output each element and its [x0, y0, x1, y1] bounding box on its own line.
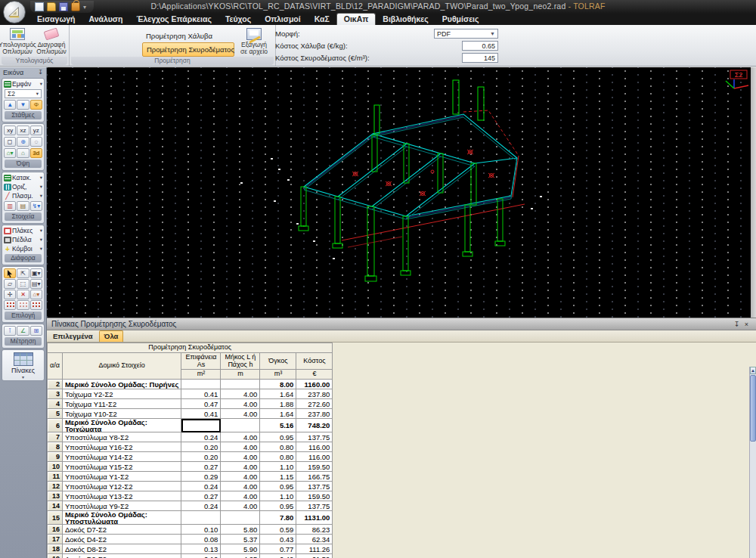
cell-cost[interactable]: 159.50: [296, 491, 333, 501]
row-header[interactable]: 9: [48, 452, 63, 462]
table-row[interactable]: 15Μερικό Σύνολο Ομάδας:Υποστυλώματα7.801…: [48, 511, 333, 525]
cell-area[interactable]: 0.10: [181, 525, 221, 535]
select-add-tool[interactable]: ⇱: [17, 268, 29, 278]
vertical-elements-button[interactable]: Κατακ. ▾: [3, 173, 43, 182]
cell-element-name[interactable]: Μερικό Σύνολο Ομάδας: Πυρήνες: [62, 380, 181, 389]
cell-length[interactable]: 4.00: [221, 389, 260, 399]
new-file-icon[interactable]: [35, 2, 44, 11]
table-row[interactable]: 4Τοίχωμα Υ11-Σ20.474.001.88272.60: [48, 399, 333, 409]
lock-icon[interactable]: [71, 2, 80, 11]
cell-area[interactable]: 0.24: [181, 482, 221, 491]
cell-element-name[interactable]: Υποστύλωμα Υ9-Σ2: [62, 501, 181, 511]
table-row[interactable]: 7Υποστύλωμα Υ8-Σ20.244.000.95137.75: [48, 432, 333, 442]
cell-element-name[interactable]: Υποστύλωμα Υ13-Σ2: [62, 491, 181, 501]
table-row[interactable]: 17Δοκός D4-Σ20.085.370.4362.34: [48, 535, 333, 544]
cell-area[interactable]: 0.10: [181, 554, 221, 558]
cell-volume[interactable]: 0.95: [260, 482, 296, 491]
row-header[interactable]: 2: [48, 380, 63, 389]
select-pointer-tool[interactable]: [4, 268, 16, 278]
cell-volume[interactable]: 1.64: [260, 389, 296, 399]
table-row[interactable]: 18Δοκός D8-Σ20.135.900.77111.26: [48, 544, 333, 554]
cell-cost[interactable]: 1131.00: [296, 511, 333, 525]
cell-length[interactable]: 5.80: [221, 525, 260, 535]
wireframe-view-button[interactable]: ⌂: [17, 148, 29, 158]
application-menu-button[interactable]: [3, 1, 26, 23]
panel-tab-Επιλεγμένα[interactable]: Επιλεγμένα: [48, 331, 98, 342]
cell-area[interactable]: 0.20: [181, 442, 221, 452]
render-view-button[interactable]: ⌂▾: [4, 148, 16, 158]
save-icon[interactable]: [59, 2, 68, 11]
cell-area[interactable]: 0.27: [181, 491, 221, 501]
cell-volume[interactable]: 1.15: [260, 472, 296, 482]
row-header[interactable]: 8: [48, 442, 63, 452]
cell-cost[interactable]: 237.80: [296, 389, 333, 399]
cell-cost[interactable]: 137.75: [296, 482, 333, 491]
table-row[interactable]: 6Μερικό Σύνολο Ομάδας:Τοιχώματα5.16748.2…: [48, 419, 333, 432]
cell-element-name[interactable]: Δοκός D7-Σ2: [62, 525, 181, 535]
cell-element-name[interactable]: Τοίχωμα Υ11-Σ2: [62, 399, 181, 409]
select-by-type-tool[interactable]: ⌂▾: [30, 290, 42, 299]
selected-cell[interactable]: [181, 419, 221, 432]
row-header[interactable]: 10: [48, 462, 63, 472]
ribbon-tab-Βιβλιοθήκες[interactable]: Βιβλιοθήκες: [376, 14, 435, 25]
ribbon-tab-Έλεγχος Επάρκειας[interactable]: Έλεγχος Επάρκειας: [129, 14, 218, 25]
zoom-extents-icon[interactable]: ⊕: [17, 137, 29, 147]
table-row[interactable]: 3Τοίχωμα Υ2-Σ20.414.001.64237.80: [48, 389, 333, 399]
grid-select-1-icon[interactable]: [4, 300, 16, 310]
horizontal-elements-button[interactable]: Οριζ, ▾: [3, 182, 43, 191]
cell-cost[interactable]: 62.34: [296, 535, 333, 544]
cell-area[interactable]: 0.24: [181, 501, 221, 511]
steel-takeoff-button[interactable]: Προμέτρηση Χάλυβα: [142, 29, 234, 42]
cell-element-name[interactable]: Υποστύλωμα Υ14-Σ2: [62, 452, 181, 462]
cell-cost[interactable]: 159.50: [296, 462, 333, 472]
cell-cost[interactable]: 116.00: [296, 452, 333, 462]
format-select[interactable]: PDF ▼: [434, 29, 498, 39]
deselect-tool[interactable]: ✕: [17, 290, 29, 299]
cell-area[interactable]: 0.41: [181, 389, 221, 399]
cell-cost[interactable]: 61.59: [296, 554, 333, 558]
cell-volume[interactable]: 0.77: [260, 544, 296, 554]
cell-volume[interactable]: 1.10: [260, 491, 296, 501]
cell-length[interactable]: [221, 380, 260, 389]
row-header[interactable]: 6: [48, 419, 63, 432]
row-header[interactable]: 16: [48, 525, 63, 535]
view-yz-button[interactable]: yz: [30, 126, 42, 135]
table-row[interactable]: 12Υποστύλωμα Υ12-Σ20.244.000.95137.75: [48, 482, 333, 491]
cell-length[interactable]: 4.00: [221, 452, 260, 462]
cell-volume[interactable]: 0.43: [260, 535, 296, 544]
cell-element-name[interactable]: Υποστύλωμα Υ8-Σ2: [62, 432, 181, 442]
cell-cost[interactable]: 116.00: [296, 442, 333, 452]
cell-cost[interactable]: 166.75: [296, 472, 333, 482]
show-levels-button[interactable]: Εμφάν ▾: [3, 79, 43, 88]
cell-volume[interactable]: 1.10: [260, 462, 296, 472]
level-select[interactable]: Σ2 ▾: [5, 89, 42, 98]
select-group-tool[interactable]: ▤▾: [30, 279, 42, 289]
steel-cost-input[interactable]: 0.65: [462, 41, 498, 51]
panel-tab-Όλα[interactable]: Όλα: [99, 330, 124, 342]
cell-cost[interactable]: 137.75: [296, 432, 333, 442]
concrete-cost-input[interactable]: 145: [462, 53, 498, 63]
cell-element-name[interactable]: Δοκός D9-Σ2: [62, 554, 181, 558]
ribbon-tab-ΟικΑπ[interactable]: ΟικΑπ: [336, 13, 376, 25]
cell-length[interactable]: 4.00: [221, 472, 260, 482]
cell-area[interactable]: 0.08: [181, 535, 221, 544]
cell-length[interactable]: 4.00: [221, 399, 260, 409]
view-xy-button[interactable]: xy: [4, 126, 16, 135]
cell-volume[interactable]: 7.80: [260, 511, 296, 525]
cell-cost[interactable]: 111.26: [296, 544, 333, 554]
row-header[interactable]: 11: [48, 472, 63, 482]
table-row[interactable]: 10Υποστύλωμα Υ15-Σ20.274.001.10159.50: [48, 462, 333, 472]
slabs-button[interactable]: Πλάκες ▾: [3, 226, 43, 235]
row-header[interactable]: 15: [48, 511, 63, 525]
cell-area[interactable]: [181, 380, 221, 389]
table-row[interactable]: 8Υποστύλωμα Υ16-Σ20.204.000.80116.00: [48, 442, 333, 452]
cell-length[interactable]: 4.00: [221, 409, 260, 419]
cell-area[interactable]: 0.47: [181, 399, 221, 409]
cell-element-name[interactable]: Υποστύλωμα Υ16-Σ2: [62, 442, 181, 452]
cell-volume[interactable]: 1.88: [260, 399, 296, 409]
cell-cost[interactable]: 1160.00: [296, 380, 333, 389]
row-header[interactable]: 4: [48, 399, 63, 409]
ribbon-tab-Τεύχος[interactable]: Τεύχος: [218, 14, 258, 25]
cell-area[interactable]: [181, 511, 221, 525]
cell-area[interactable]: 0.20: [181, 452, 221, 462]
